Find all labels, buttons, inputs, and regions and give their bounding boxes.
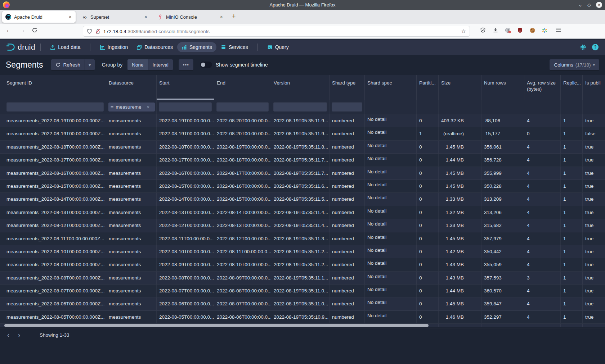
filter-cell-start xyxy=(157,100,214,114)
nav-datasources[interactable]: Datasources xyxy=(132,42,177,52)
forward-button[interactable]: → xyxy=(19,27,26,34)
group-by-none-button[interactable]: None xyxy=(127,59,148,70)
next-page-button[interactable]: › xyxy=(14,331,24,339)
table-row[interactable]: measurements_2022-08-16T00:00:00.000Z...… xyxy=(0,167,605,180)
filter-cell-datasource: =measureme× xyxy=(106,100,157,114)
filter-cell-num_rows xyxy=(481,100,524,114)
cell-shard_type: numbered xyxy=(330,272,365,285)
column-header-partition[interactable]: Partiti... xyxy=(417,75,439,100)
close-icon[interactable]: × xyxy=(596,2,602,8)
column-header-segment_id[interactable]: Segment ID xyxy=(0,75,106,100)
table-row[interactable]: measurements_2022-08-12T00:00:00.000Z...… xyxy=(0,219,605,232)
insecure-lock-icon[interactable] xyxy=(95,28,100,34)
cell-num_rows: 360,570 xyxy=(481,285,524,297)
cell-replication: 1 xyxy=(561,206,583,219)
column-header-end[interactable]: End xyxy=(214,75,271,100)
more-options-button[interactable]: ••• xyxy=(179,59,193,70)
remove-filter-icon[interactable]: × xyxy=(147,104,149,110)
horizontal-scrollbar[interactable] xyxy=(4,324,429,327)
table-row[interactable]: measurements_2022-08-08T00:00:00.000Z...… xyxy=(0,272,605,285)
cell-segment_id: measurements_2022-08-13T00:00:00.000Z... xyxy=(0,206,106,219)
segment-timeline-toggle[interactable] xyxy=(200,62,212,68)
nav-query[interactable]: Query xyxy=(263,42,293,52)
cell-version: 2022-08-19T05:35:11.0... xyxy=(271,297,330,310)
filter-input-shard_type[interactable] xyxy=(332,102,362,112)
table-row[interactable]: measurements_2022-08-07T00:00:00.000Z...… xyxy=(0,285,605,297)
tab-minio[interactable]: MinIO Console × xyxy=(154,11,227,23)
tab-close-icon[interactable]: × xyxy=(219,14,224,20)
table-row[interactable]: measurements_2022-08-17T00:00:00.000Z...… xyxy=(0,154,605,167)
table-row[interactable]: measurements_2022-08-13T00:00:00.000Z...… xyxy=(0,206,605,219)
column-header-shard_type[interactable]: Shard type xyxy=(330,75,365,100)
table-row[interactable]: measurements_2022-08-18T00:00:00.000Z...… xyxy=(0,141,605,154)
url-bar[interactable]: 172.18.0.4:30899/unified-console.html#se… xyxy=(83,26,470,37)
nav-load-data[interactable]: Load data xyxy=(46,42,85,52)
cell-version: 2022-08-19T05:35:11.7... xyxy=(271,154,330,167)
query-icon xyxy=(267,45,273,50)
table-body: measurements_2022-08-19T00:00:00.000Z...… xyxy=(0,114,605,324)
column-header-num_rows[interactable]: Num rows xyxy=(481,75,524,100)
datasource-filter-chip[interactable]: =measureme× xyxy=(108,103,155,112)
tracking-shield-icon[interactable] xyxy=(87,28,92,34)
extension-shield-icon[interactable] xyxy=(480,27,486,33)
cell-version: 2022-08-19T05:35:10.9... xyxy=(271,311,330,324)
cell-end: 2022-08-10T00:00:00.0... xyxy=(214,258,271,271)
table-row[interactable]: measurements_2022-08-14T00:00:00.000Z...… xyxy=(0,193,605,206)
column-header-avg_row_size[interactable]: Avg. row size (bytes) xyxy=(524,75,561,100)
help-icon[interactable]: ? xyxy=(592,44,599,50)
settings-gear-icon[interactable] xyxy=(580,44,586,50)
table-row[interactable]: measurements_2022-08-09T00:00:00.000Z...… xyxy=(0,258,605,271)
filter-input-start[interactable] xyxy=(159,102,212,112)
new-tab-button[interactable]: + xyxy=(232,13,236,20)
cell-shard_type: numbered xyxy=(330,180,365,193)
tab-superset[interactable]: ∞ Superset × xyxy=(79,11,151,23)
filter-input-segment_id[interactable] xyxy=(6,102,104,112)
tab-close-icon[interactable]: × xyxy=(68,14,72,20)
column-header-is_published[interactable]: Is publi xyxy=(583,75,605,100)
cell-partition: 0 xyxy=(417,167,439,180)
column-header-version[interactable]: Version xyxy=(271,75,330,100)
table-row[interactable]: measurements_2022-08-11T00:00:00.000Z...… xyxy=(0,232,605,245)
maximize-icon[interactable]: ◇ xyxy=(587,3,591,7)
column-header-size[interactable]: Size xyxy=(439,75,481,100)
titlebar: Apache Druid — Mozilla Firefox ⌄ ◇ × xyxy=(0,0,605,10)
hamburger-menu-icon[interactable] xyxy=(556,27,561,32)
table-row[interactable]: measurements_2022-08-06T00:00:00.000Z...… xyxy=(0,297,605,310)
reload-button[interactable] xyxy=(32,27,37,33)
downloads-icon[interactable] xyxy=(493,27,498,33)
minimize-icon[interactable]: ⌄ xyxy=(578,3,582,7)
druid-logo[interactable]: druid xyxy=(6,42,35,52)
prev-page-button[interactable]: ‹ xyxy=(3,331,14,339)
filter-cell-is_published xyxy=(583,100,605,114)
column-header-start[interactable]: Start xyxy=(157,75,214,100)
filter-input-version[interactable] xyxy=(273,102,327,112)
refresh-button[interactable]: Refresh xyxy=(51,59,85,70)
cell-is_published: true xyxy=(583,272,605,285)
filter-input-end[interactable] xyxy=(216,102,269,112)
table-row[interactable]: measurements_2022-08-19T00:00:00.000Z...… xyxy=(0,114,605,127)
table-row[interactable]: measurements_2022-08-15T00:00:00.000Z...… xyxy=(0,180,605,193)
asterisk-extension-icon[interactable] xyxy=(542,27,548,33)
nav-segments[interactable]: Segments xyxy=(177,42,216,52)
nav-services[interactable]: Services xyxy=(216,42,252,52)
bookmark-star-icon[interactable]: ☆ xyxy=(461,28,466,35)
table-row[interactable]: measurements_2022-08-05T00:00:00.000Z...… xyxy=(0,311,605,324)
table-row[interactable]: measurements_2022-08-19T00:00:00.000Z...… xyxy=(0,127,605,140)
equals-icon: = xyxy=(111,104,113,110)
cell-size: 1.45 MB xyxy=(439,232,481,245)
ublock-icon[interactable] xyxy=(517,27,523,33)
tab-close-icon[interactable]: × xyxy=(144,14,148,20)
container-tabs-icon[interactable] xyxy=(505,27,511,33)
column-header-replication[interactable]: Replic... xyxy=(561,75,583,100)
nav-ingestion[interactable]: Ingestion xyxy=(95,42,133,52)
column-header-datasource[interactable]: Datasource xyxy=(106,75,157,100)
cookie-extension-icon[interactable] xyxy=(529,27,535,33)
back-button[interactable]: ← xyxy=(6,27,12,34)
tab-apache-druid[interactable]: Apache Druid × xyxy=(2,11,76,23)
cell-avg_row_size: 3 xyxy=(524,272,561,285)
table-row[interactable]: measurements_2022-08-10T00:00:00.000Z...… xyxy=(0,245,605,258)
refresh-caret-button[interactable]: ▾ xyxy=(85,59,95,70)
column-header-shard_spec[interactable]: Shard spec xyxy=(365,75,417,100)
columns-button[interactable]: Columns (17/18) ▾ xyxy=(550,59,599,70)
group-by-interval-button[interactable]: Interval xyxy=(148,59,173,70)
